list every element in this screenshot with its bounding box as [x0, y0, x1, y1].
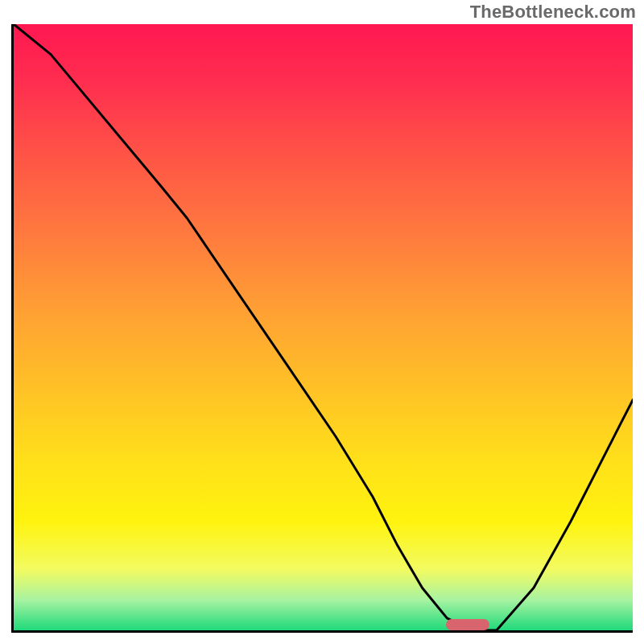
- optimal-marker: [446, 619, 489, 630]
- chart-curve-svg: [14, 24, 633, 630]
- bottleneck-curve-path: [14, 24, 633, 630]
- watermark-text: TheBottleneck.com: [470, 2, 636, 23]
- chart-plot-area: [11, 24, 633, 633]
